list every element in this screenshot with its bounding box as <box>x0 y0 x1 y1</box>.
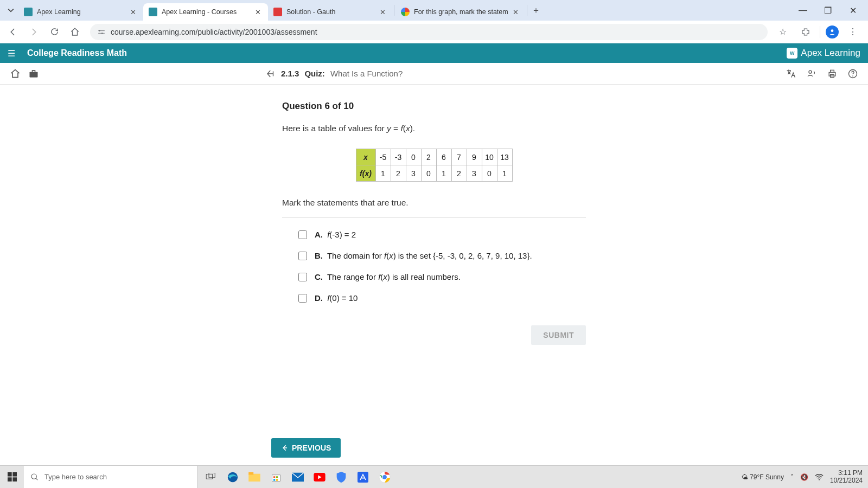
youtube-icon[interactable] <box>310 468 329 486</box>
previous-button[interactable]: PREVIOUS <box>271 438 341 458</box>
print-icon[interactable] <box>827 68 838 79</box>
chrome-icon[interactable] <box>375 468 394 486</box>
address-bar: course.apexlearning.com/public/activity/… <box>0 21 868 43</box>
volume-icon[interactable]: 🔇 <box>800 473 808 481</box>
svg-rect-13 <box>12 477 17 481</box>
divider <box>282 217 586 218</box>
read-aloud-icon[interactable] <box>806 68 817 79</box>
tab-title: Apex Learning - Courses <box>162 8 251 16</box>
wifi-icon[interactable] <box>815 473 824 481</box>
profile-avatar[interactable] <box>826 25 839 38</box>
svg-rect-19 <box>248 472 253 475</box>
svg-point-14 <box>31 474 36 479</box>
svg-point-2 <box>831 29 834 32</box>
briefcase-icon[interactable] <box>28 68 39 79</box>
menu-icon[interactable]: ☰ <box>8 48 15 59</box>
answer-option-b[interactable]: B. The domain for f(x) is the set {-5, -… <box>298 251 586 260</box>
tab-title: Solution - Gauth <box>286 8 375 16</box>
home-button[interactable] <box>66 23 84 41</box>
url-text: course.apexlearning.com/public/activity/… <box>111 28 317 36</box>
arrow-left-icon <box>281 444 289 452</box>
tab-google-search[interactable]: For this graph, mark the statem ✕ <box>395 3 526 21</box>
edge-icon[interactable] <box>224 468 242 486</box>
submit-button[interactable]: SUBMIT <box>531 325 586 345</box>
tab-gauth[interactable]: Solution - Gauth ✕ <box>268 3 393 21</box>
search-icon <box>30 473 39 481</box>
url-input[interactable]: course.apexlearning.com/public/activity/… <box>90 24 768 40</box>
site-settings-icon[interactable] <box>98 28 105 36</box>
apex-app-icon[interactable] <box>354 468 372 486</box>
chrome-menu-icon[interactable]: ⋮ <box>844 23 861 41</box>
checkbox-a[interactable] <box>298 230 307 239</box>
svg-rect-6 <box>831 70 834 72</box>
svg-rect-27 <box>358 472 368 483</box>
minimize-icon[interactable]: — <box>795 5 810 16</box>
home-icon[interactable] <box>10 68 21 79</box>
table-row-header: x <box>356 149 375 165</box>
svg-rect-23 <box>273 479 275 480</box>
back-button[interactable] <box>4 23 22 41</box>
taskbar-search[interactable]: Type here to search <box>24 466 197 489</box>
answer-list: A. f(-3) = 2 B. The domain for f(x) is t… <box>282 230 586 303</box>
svg-rect-22 <box>276 476 278 478</box>
close-window-icon[interactable]: ✕ <box>845 5 860 16</box>
question-prompt: Here is a table of values for y = f(x). <box>282 124 586 133</box>
reload-button[interactable] <box>46 23 63 41</box>
answer-option-a[interactable]: A. f(-3) = 2 <box>298 230 586 239</box>
mail-icon[interactable] <box>289 468 307 486</box>
system-tray: 🌤 79°F Sunny ˄ 🔇 3:11 PM 10/21/2024 <box>736 470 868 485</box>
windows-taskbar: Type here to search 🌤 79°F Sunny ˄ 🔇 3:1… <box>0 465 868 488</box>
new-tab-button[interactable]: ＋ <box>528 3 544 18</box>
checkbox-d[interactable] <box>298 294 307 303</box>
file-explorer-icon[interactable] <box>245 468 264 486</box>
close-icon[interactable]: ✕ <box>130 8 138 16</box>
start-button[interactable] <box>0 466 24 489</box>
help-icon[interactable] <box>847 68 858 79</box>
window-controls: — ❐ ✕ <box>795 5 865 16</box>
tab-title: For this graph, mark the statem <box>414 8 508 16</box>
apex-logo-icon: W <box>787 48 797 59</box>
question-content: Question 6 of 10 Here is a table of valu… <box>0 85 868 345</box>
close-icon[interactable]: ✕ <box>513 8 520 16</box>
svg-rect-15 <box>206 474 212 479</box>
security-icon[interactable] <box>332 468 350 486</box>
svg-point-32 <box>819 479 820 480</box>
svg-rect-5 <box>829 72 835 76</box>
extensions-icon[interactable] <box>797 23 814 41</box>
svg-rect-24 <box>276 479 278 480</box>
svg-rect-3 <box>30 72 38 77</box>
quiz-sub-header: 2.1.3 Quiz: What Is a Function? <box>0 63 868 85</box>
tab-search-dropdown[interactable] <box>3 4 18 17</box>
answer-option-d[interactable]: D. f(0) = 10 <box>298 293 586 303</box>
close-icon[interactable]: ✕ <box>380 8 387 16</box>
svg-rect-16 <box>209 473 215 478</box>
checkbox-b[interactable] <box>298 252 307 260</box>
tab-apex-learning[interactable]: Apex Learning ✕ <box>18 3 143 21</box>
answer-option-c[interactable]: C. The range for f(x) is all real number… <box>298 272 586 281</box>
tab-separator <box>527 5 527 16</box>
svg-rect-18 <box>248 473 260 481</box>
back-arrow-icon[interactable] <box>266 69 276 79</box>
checkbox-c[interactable] <box>298 273 307 281</box>
store-icon[interactable] <box>267 468 285 486</box>
svg-point-4 <box>809 70 812 73</box>
svg-rect-12 <box>8 477 12 481</box>
taskbar-clock[interactable]: 3:11 PM 10/21/2024 <box>830 470 863 485</box>
forward-button[interactable] <box>25 23 42 41</box>
tab-apex-courses[interactable]: Apex Learning - Courses ✕ <box>143 3 268 21</box>
taskbar-apps <box>197 468 398 486</box>
tray-chevron-icon[interactable]: ˄ <box>790 473 794 481</box>
table-row-header: f(x) <box>356 165 375 182</box>
quiz-breadcrumb[interactable]: 2.1.3 Quiz: What Is a Function? <box>266 69 403 79</box>
svg-rect-10 <box>8 472 12 477</box>
question-header: Question 6 of 10 <box>282 101 586 112</box>
bookmark-icon[interactable]: ☆ <box>774 23 792 41</box>
close-icon[interactable]: ✕ <box>255 8 263 16</box>
svg-point-9 <box>852 75 853 76</box>
weather-widget[interactable]: 🌤 79°F Sunny <box>742 473 784 481</box>
task-view-icon[interactable] <box>202 468 220 486</box>
tab-title: Apex Learning <box>37 8 126 16</box>
svg-rect-21 <box>273 476 275 478</box>
translate-icon[interactable] <box>786 68 796 79</box>
maximize-icon[interactable]: ❐ <box>820 5 835 16</box>
